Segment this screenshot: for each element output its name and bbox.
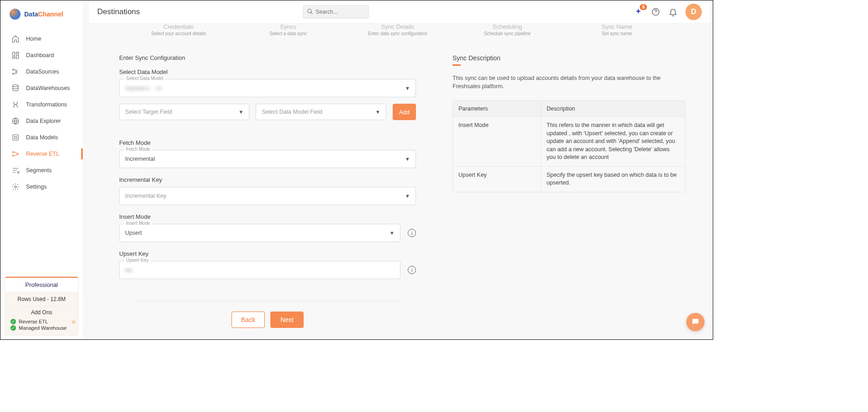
sidebar-collapse-button[interactable]: « [72, 317, 80, 326]
svg-rect-2 [16, 55, 19, 58]
search-icon [307, 8, 313, 16]
select-incremental-key[interactable]: Incremental Key ▼ [119, 187, 416, 205]
logo-text: DataChannel [24, 11, 63, 18]
step-subtitle: Select your account details [124, 31, 233, 36]
sidebar-item-data-models[interactable]: Data Models [0, 129, 83, 146]
info-icon[interactable]: i [408, 229, 416, 237]
chevron-down-icon: ▼ [389, 230, 395, 236]
check-icon: ✓ [11, 319, 16, 324]
select-upsert-key[interactable]: Upsert Key aa ▼ [119, 261, 400, 279]
cell-desc: This refers to the manner in which data … [541, 117, 685, 166]
sidebar-item-label: Home [26, 36, 41, 42]
select-data-model-field[interactable]: Select Data Model Field ▼ [256, 104, 386, 120]
sidebar-item-label: Settings [26, 184, 47, 190]
sidebar-item-datasources[interactable]: DataSources [0, 63, 83, 80]
step-subtitle: Set sync name [562, 31, 672, 36]
sidebar-item-reverse-etl[interactable]: Reverse ETL [0, 146, 83, 162]
sidebar-item-label: Transformations [26, 101, 67, 108]
sidebar-item-datawarehouses[interactable]: DataWarehouses [0, 80, 83, 96]
sidebar-item-label: Data Models [26, 134, 58, 141]
check-icon: ✓ [11, 325, 16, 331]
step-sync-name: Sync Name Set sync name [562, 23, 672, 36]
sidebar-item-settings[interactable]: Settings [0, 179, 83, 195]
float-label: Select Data Model [124, 76, 165, 81]
addon-label: Reverse ETL [19, 319, 48, 324]
svg-rect-0 [12, 52, 15, 55]
svg-point-9 [12, 152, 14, 153]
chevron-down-icon: ▼ [405, 85, 410, 91]
svg-point-10 [12, 155, 14, 156]
svg-point-4 [12, 69, 14, 70]
step-title: Sync Details [343, 23, 452, 30]
step-title: Sync Name [562, 23, 672, 30]
svg-point-12 [17, 172, 19, 174]
search-input[interactable] [316, 9, 365, 15]
back-button[interactable]: Back [231, 312, 265, 328]
next-button[interactable]: Next [270, 312, 304, 328]
desc-underline [452, 64, 461, 66]
step-credentials: Credentials Select your account details [124, 23, 233, 36]
chevron-down-icon: ▼ [239, 109, 244, 115]
add-button[interactable]: Add [393, 104, 416, 120]
whats-new-button[interactable]: 6 [633, 7, 643, 17]
svg-point-11 [17, 153, 19, 155]
select-data-model[interactable]: Select Data Model Appaaru - ur ▼ [119, 79, 416, 97]
sidebar-item-label: Segments [26, 167, 52, 174]
field-label-insert-mode: Insert Mode [119, 213, 416, 220]
svg-rect-8 [13, 135, 18, 140]
step-sync-details: Sync Details Enter data sync configurati… [343, 23, 452, 36]
plan-addons-label: Add Ons [5, 306, 78, 317]
cell-param: Insert Mode [453, 117, 541, 166]
plan-addons-list: ✓ Reverse ETL ✓ Managed Warehouse [5, 317, 78, 335]
page-title: Destinations [97, 7, 140, 16]
step-title: Scheduling [452, 23, 562, 30]
home-icon [11, 35, 20, 43]
sidebar-item-label: Reverse ETL [26, 151, 59, 157]
search-input-wrap[interactable] [303, 5, 369, 19]
topbar: Destinations 6 D [89, 0, 710, 23]
select-fetch-mode[interactable]: Fetch Mode Incremental ▼ [119, 150, 416, 168]
select-value: aa [125, 267, 132, 273]
sidebar-item-segments[interactable]: Segments [0, 162, 83, 179]
desc-title: Sync Description [452, 54, 685, 62]
sync-description-panel: Sync Description This sync can be used t… [452, 54, 685, 321]
select-placeholder: Incremental Key [125, 193, 166, 199]
main: Destinations 6 D Credentials Select your [83, 0, 713, 339]
sidebar-item-data-explorer[interactable]: Data Explorer [0, 113, 83, 129]
reverse-etl-icon [11, 150, 20, 158]
notification-badge: 6 [640, 4, 647, 10]
form-footer: Back Next [133, 301, 402, 328]
svg-rect-3 [12, 57, 15, 58]
parameters-table: Parameters Description Insert Mode This … [452, 100, 685, 192]
info-icon[interactable]: i [408, 266, 416, 274]
datasources-icon [11, 68, 20, 76]
svg-point-5 [12, 73, 14, 74]
field-label-incremental-key: Incremental Key [119, 176, 416, 183]
avatar[interactable]: D [685, 4, 702, 20]
float-label: Insert Mode [124, 221, 152, 226]
chat-fab[interactable] [686, 313, 705, 331]
svg-point-14 [307, 9, 311, 12]
select-insert-mode[interactable]: Insert Mode Upsert ▼ [119, 224, 400, 242]
select-value: Upsert [125, 230, 142, 236]
logo[interactable]: DataChannel [0, 0, 83, 24]
field-label-data-model: Select Data Model [119, 69, 416, 75]
sidebar-item-transformations[interactable]: Transformations [0, 96, 83, 113]
select-target-field[interactable]: Select Target Field ▼ [119, 104, 249, 120]
sidebar-item-home[interactable]: Home [0, 31, 83, 47]
cell-desc: Specify the upsert key based on which da… [541, 167, 685, 192]
step-title: Syncs [233, 23, 343, 30]
chevron-down-icon: ▼ [375, 109, 380, 115]
th-parameters: Parameters [453, 101, 541, 116]
select-value: Appaaru - ur [125, 85, 162, 91]
sidebar-item-label: DataWarehouses [26, 85, 70, 91]
bell-button[interactable] [668, 7, 678, 17]
help-button[interactable] [651, 7, 661, 17]
field-label-fetch-mode: Fetch Mode [119, 139, 416, 146]
plan-rows-used: Rows Used - 12.8M [5, 292, 78, 306]
sidebar-item-dashboard[interactable]: Dashboard [0, 47, 83, 63]
step-subtitle: Schedule sync pipeline [452, 31, 562, 36]
sidebar-nav: Home Dashboard DataSources DataWarehouse… [0, 31, 83, 195]
addon-row: ✓ Reverse ETL [11, 318, 74, 325]
field-label-upsert-key: Upsert Key [119, 250, 416, 257]
